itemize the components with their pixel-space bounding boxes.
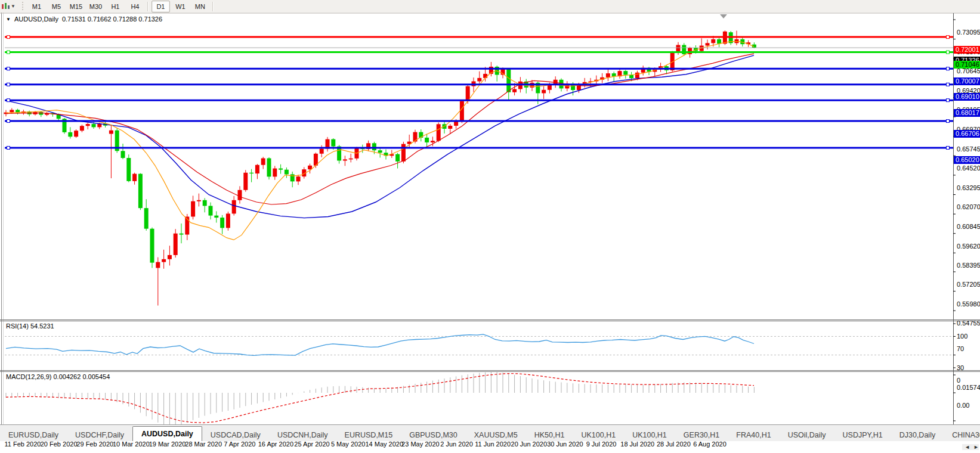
hline-handle xyxy=(947,36,950,39)
price-tick: 0.60845 xyxy=(957,223,980,230)
chevron-down-icon[interactable]: ▼ xyxy=(11,4,16,9)
hline-handle xyxy=(7,120,10,123)
timeframe-button-h1[interactable]: H1 xyxy=(106,1,125,13)
price-badge: 0.66706 xyxy=(954,130,980,138)
date-label: 11 Jun 2020 xyxy=(475,440,511,448)
timeframe-button-m30[interactable]: M30 xyxy=(86,1,105,13)
hline-handle xyxy=(947,67,950,70)
tab-usdchf-daily[interactable]: USDCHF,Daily xyxy=(67,429,132,441)
macd-indicator-label: MACD(12,26,9) 0.004262 0.005454 xyxy=(6,373,110,380)
tab-xauusd-m5[interactable]: XAUUSD,M5 xyxy=(466,429,526,441)
tab-scroll-buttons: ◄ ► xyxy=(962,444,979,450)
date-label: 14 May 2020 xyxy=(365,440,403,448)
hline-handle xyxy=(947,146,950,149)
chart-canvas[interactable] xyxy=(0,13,980,453)
macd-histogram xyxy=(6,372,754,426)
date-label: 29 Feb 2020 xyxy=(76,440,113,448)
price-badge: 0.68017 xyxy=(954,109,980,117)
date-label: 7 Apr 2020 xyxy=(224,440,255,448)
tab-usdjpy-h1[interactable]: USDJPY,H1 xyxy=(834,429,891,441)
price-badge: 0.71046 xyxy=(954,61,980,69)
timeframe-button-m1[interactable]: M1 xyxy=(27,1,46,13)
tab-scroll-right-icon[interactable]: ► xyxy=(973,444,979,450)
tab-uk100-h1[interactable]: UK100,H1 xyxy=(624,429,675,441)
chart-title: ▼ AUDUSD,Daily 0.71531 0.71662 0.71288 0… xyxy=(6,15,162,23)
price-tick: 0.63295 xyxy=(957,184,980,191)
macd-axis-label: 0.015741 xyxy=(957,384,980,391)
ma-mid-line xyxy=(6,54,754,204)
tab-scroll-left-icon[interactable]: ◄ xyxy=(964,444,970,450)
date-label: 25 Apr 2020 xyxy=(294,440,329,448)
price-tick: 0.59620 xyxy=(957,243,980,250)
date-label: 16 Apr 2020 xyxy=(258,440,293,448)
date-label: 2 Jun 2020 xyxy=(440,440,472,448)
chart-tab-bar: EURUSD,DailyUSDCHF,DailyAUDUSD,DailyUSDC… xyxy=(0,424,980,441)
price-tick: 0.64520 xyxy=(957,165,980,172)
tab-eurusd-daily[interactable]: EURUSD,Daily xyxy=(0,429,67,441)
date-label: 10 Mar 2020 xyxy=(113,440,150,448)
tab-usdcad-daily[interactable]: USDCAD,Daily xyxy=(202,429,269,441)
hline-handle xyxy=(7,36,10,39)
rsi-line xyxy=(6,334,754,356)
hline-handle xyxy=(7,67,10,70)
toolbar-separator xyxy=(212,2,214,11)
date-label: 28 Jul 2020 xyxy=(657,440,691,448)
tab-audusd-daily[interactable]: AUDUSD,Daily xyxy=(132,426,202,441)
date-label: 30 Jun 2020 xyxy=(547,440,583,448)
price-tick: 0.54755 xyxy=(957,319,980,327)
horizontal-lines-layer[interactable] xyxy=(5,36,953,150)
timeframe-button-m5[interactable]: M5 xyxy=(47,1,66,13)
date-label: 19 Mar 2020 xyxy=(149,440,186,448)
one-click-trading-arrow[interactable]: ▼ xyxy=(6,17,11,22)
toolbar-drag-handle[interactable] xyxy=(21,2,24,11)
tab-eurusd-m15[interactable]: EURUSD,M15 xyxy=(336,429,401,441)
price-tick: 0.65745 xyxy=(957,145,980,153)
macd-axis-label: 0.00 xyxy=(957,402,969,409)
hline-handle xyxy=(7,146,10,149)
price-tick: 0.73095 xyxy=(957,29,980,36)
timeframe-button-mn[interactable]: MN xyxy=(191,1,209,13)
price-badge: 0.72001 xyxy=(954,46,980,54)
timeframe-button-m15[interactable]: M15 xyxy=(67,1,85,13)
date-label: 9 Jul 2020 xyxy=(586,440,617,448)
hline-handle xyxy=(947,51,950,54)
tab-gbpusd-m30[interactable]: GBPUSD,M30 xyxy=(401,429,466,441)
rsi-axis-label: 100 xyxy=(957,333,967,340)
hline-handle xyxy=(7,51,10,54)
symbol-period-label: AUDUSD,Daily xyxy=(14,15,58,23)
timeframe-button-h4[interactable]: H4 xyxy=(126,1,144,13)
tab-usoil-daily[interactable]: USOil,Daily xyxy=(780,429,834,441)
tab-usdcnh-daily[interactable]: USDCNH,Daily xyxy=(269,429,336,441)
timeframe-button-d1[interactable]: D1 xyxy=(152,1,170,13)
chart-type-icon[interactable] xyxy=(1,2,10,10)
tab-china300-h4[interactable]: CHINA300,H4 xyxy=(944,429,980,441)
price-badge: 0.70007 xyxy=(954,77,980,85)
date-label: 28 Mar 2020 xyxy=(185,440,222,448)
macd-signal-line xyxy=(6,374,754,423)
date-label: 5 May 2020 xyxy=(331,440,365,448)
chart-shift-marker xyxy=(720,14,727,18)
date-label: 18 Jul 2020 xyxy=(620,440,654,448)
tab-ger30-h1[interactable]: GER30,H1 xyxy=(675,429,728,441)
mt4-window: ▼ M1M5M15M30H1H4 D1W1MN ▼ AUDUSD,Daily 0… xyxy=(0,0,980,453)
chart-area: ▼ AUDUSD,Daily 0.71531 0.71662 0.71288 0… xyxy=(0,13,980,453)
rsi-axis-label: 0 xyxy=(957,377,960,384)
toolbar-separator xyxy=(147,2,149,11)
tab-uk100-h1[interactable]: UK100,H1 xyxy=(573,429,624,441)
timeframe-button-w1[interactable]: W1 xyxy=(171,1,190,13)
hline-handle xyxy=(7,99,10,102)
price-tick: 0.58395 xyxy=(957,262,980,269)
hline-handle xyxy=(947,99,950,102)
rsi-axis-label: 30 xyxy=(957,364,964,371)
price-tick: 0.55980 xyxy=(957,300,980,308)
price-tick: 0.57205 xyxy=(957,281,980,288)
price-badge: 0.69010 xyxy=(954,93,980,101)
tab-fra40-h1[interactable]: FRA40,H1 xyxy=(728,429,779,441)
hline-handle xyxy=(7,83,10,86)
rsi-indicator-label: RSI(14) 54.5231 xyxy=(6,322,54,330)
tab-dj30-daily[interactable]: DJ30,Daily xyxy=(891,429,944,441)
timeframe-toolbar: ▼ M1M5M15M30H1H4 D1W1MN xyxy=(0,0,980,13)
date-label: 20 Jun 2020 xyxy=(511,440,548,448)
hline-handle xyxy=(947,120,950,123)
tab-hk50-h1[interactable]: HK50,H1 xyxy=(526,429,573,441)
